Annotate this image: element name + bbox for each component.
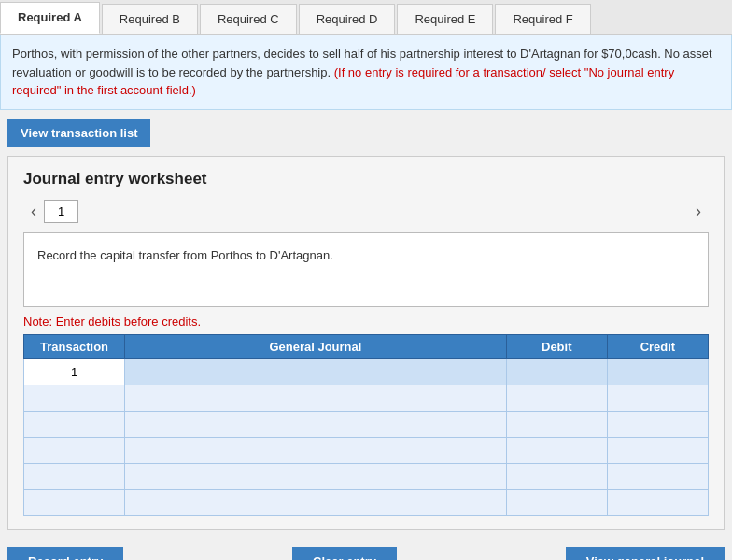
tab-required-c[interactable]: Required C <box>200 4 297 34</box>
journal-entry-worksheet: Journal entry worksheet ‹ 1 › Record the… <box>7 156 725 530</box>
bottom-bar: Record entry Clear entry View general jo… <box>0 538 732 561</box>
worksheet-title: Journal entry worksheet <box>23 170 709 189</box>
table-row-debit-3[interactable] <box>506 437 607 463</box>
table-row-debit-4[interactable] <box>506 463 607 489</box>
journal-table: Transaction General Journal Debit Credit… <box>23 334 709 516</box>
view-transaction-button[interactable]: View transaction list <box>7 119 150 147</box>
table-row-debit-1[interactable] <box>506 385 607 411</box>
worksheet-nav: ‹ 1 › <box>23 200 709 223</box>
table-row-credit-4[interactable] <box>607 463 708 489</box>
col-header-transaction: Transaction <box>24 334 125 358</box>
tab-required-b[interactable]: Required B <box>102 4 198 34</box>
table-row-debit-2[interactable] <box>506 411 607 437</box>
table-row-credit-5[interactable] <box>607 489 708 515</box>
table-row-journal-0[interactable] <box>125 358 507 385</box>
transaction-description: Record the capital transfer from Porthos… <box>23 232 709 307</box>
table-row-debit-5[interactable] <box>506 489 607 515</box>
table-row-tx-0: 1 <box>24 358 125 385</box>
tabs-row: Required A Required B Required C Require… <box>0 0 732 35</box>
table-row-tx-1 <box>24 385 125 411</box>
table-row-tx-5 <box>24 489 125 515</box>
table-row-credit-2[interactable] <box>607 411 708 437</box>
col-header-debit: Debit <box>506 334 607 358</box>
col-header-credit: Credit <box>607 334 708 358</box>
view-general-journal-button[interactable]: View general journal <box>566 547 725 561</box>
next-arrow[interactable]: › <box>688 202 709 221</box>
table-row-journal-5[interactable] <box>125 489 507 515</box>
prev-arrow[interactable]: ‹ <box>23 202 44 221</box>
table-row-journal-4[interactable] <box>125 463 507 489</box>
table-row-journal-2[interactable] <box>125 411 507 437</box>
col-header-general-journal: General Journal <box>125 334 507 358</box>
page-number: 1 <box>44 200 78 223</box>
debit-credit-note: Note: Enter debits before credits. <box>23 315 709 329</box>
tab-required-d[interactable]: Required D <box>299 4 396 34</box>
table-row-credit-3[interactable] <box>607 437 708 463</box>
record-entry-button[interactable]: Record entry <box>7 547 123 561</box>
tab-required-f[interactable]: Required F <box>495 4 590 34</box>
tab-required-a[interactable]: Required A <box>0 2 100 34</box>
clear-entry-button[interactable]: Clear entry <box>292 547 397 561</box>
info-box: Porthos, with permission of the other pa… <box>0 35 732 110</box>
table-row-debit-0[interactable] <box>506 358 607 385</box>
table-row-journal-3[interactable] <box>125 437 507 463</box>
table-row-credit-1[interactable] <box>607 385 708 411</box>
table-row-tx-2 <box>24 411 125 437</box>
table-row-credit-0[interactable] <box>607 358 708 385</box>
tab-required-e[interactable]: Required E <box>397 4 493 34</box>
btn-bar: View transaction list <box>0 110 732 156</box>
info-text-main: Porthos, with permission of the other pa… <box>12 47 632 61</box>
table-row-tx-3 <box>24 437 125 463</box>
table-row-tx-4 <box>24 463 125 489</box>
table-row-journal-1[interactable] <box>125 385 507 411</box>
